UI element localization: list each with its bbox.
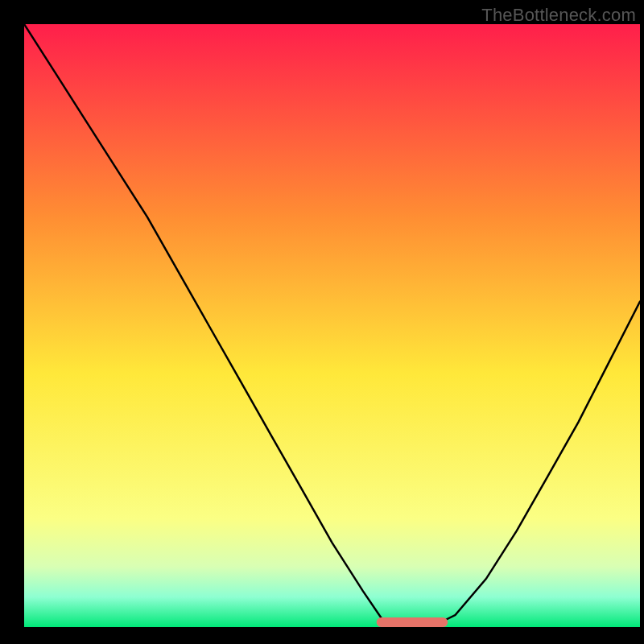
- bottleneck-chart: [0, 0, 644, 644]
- watermark-text: TheBottleneck.com: [481, 5, 636, 26]
- gradient-background: [24, 24, 640, 627]
- chart-container: { "watermark": "TheBottleneck.com", "col…: [0, 0, 644, 644]
